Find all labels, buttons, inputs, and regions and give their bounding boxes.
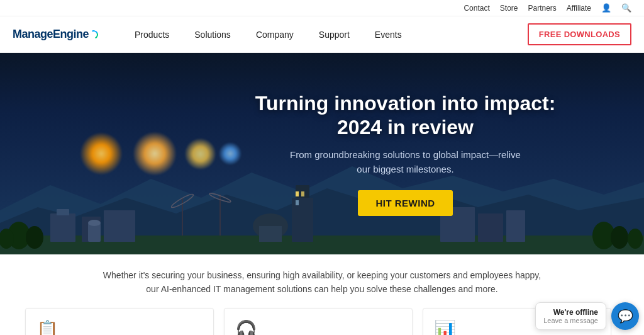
logo-text: ManageEngine bbox=[13, 28, 89, 41]
utility-bar: Contact Store Partners Affiliate 👤 🔍 bbox=[0, 0, 644, 16]
logo-arc-icon bbox=[88, 29, 99, 40]
card-3-icon: 📊 bbox=[433, 319, 456, 335]
main-nav: Products Solutions Company Support Event… bbox=[123, 26, 528, 43]
hero-section: Turning innovation into impact: 2024 in … bbox=[0, 53, 644, 254]
header: ManageEngine Products Solutions Company … bbox=[0, 16, 644, 53]
hit-rewind-button[interactable]: HIT REWIND bbox=[358, 190, 452, 216]
store-link[interactable]: Store bbox=[500, 4, 518, 13]
svg-rect-24 bbox=[478, 213, 503, 242]
card-1[interactable]: 📋 bbox=[25, 308, 214, 335]
svg-rect-9 bbox=[104, 210, 135, 242]
svg-point-28 bbox=[628, 229, 643, 249]
user-icon[interactable]: 👤 bbox=[601, 3, 611, 13]
chat-widget: We're offline Leave a message 💬 bbox=[535, 302, 639, 330]
hero-content: Turning innovation into impact: 2024 in … bbox=[243, 91, 569, 217]
hero-title: Turning innovation into impact: 2024 in … bbox=[255, 91, 556, 140]
partners-link[interactable]: Partners bbox=[528, 4, 557, 13]
below-hero-text: Whether it's securing your business, ens… bbox=[102, 268, 542, 297]
nav-products[interactable]: Products bbox=[123, 26, 180, 43]
logo[interactable]: ManageEngine bbox=[13, 28, 98, 41]
nav-events[interactable]: Events bbox=[364, 26, 413, 43]
card-2[interactable]: 🎧 bbox=[224, 308, 413, 335]
card-2-icon: 🎧 bbox=[235, 319, 257, 335]
hero-subtitle: From groundbreaking solutions to global … bbox=[255, 148, 556, 176]
chat-status: We're offline bbox=[543, 308, 598, 317]
svg-rect-6 bbox=[50, 213, 75, 242]
search-icon[interactable]: 🔍 bbox=[621, 3, 631, 13]
nav-company[interactable]: Company bbox=[245, 26, 305, 43]
free-downloads-button[interactable]: FREE DOWNLOADS bbox=[528, 23, 631, 45]
svg-point-4 bbox=[26, 226, 43, 249]
chat-button[interactable]: 💬 bbox=[611, 302, 639, 330]
affiliate-link[interactable]: Affiliate bbox=[567, 4, 591, 13]
card-1-icon: 📋 bbox=[36, 319, 58, 335]
chat-subtitle: Leave a message bbox=[543, 317, 598, 324]
chat-icon: 💬 bbox=[618, 309, 633, 324]
nav-support[interactable]: Support bbox=[308, 26, 361, 43]
svg-rect-7 bbox=[57, 209, 69, 215]
nav-solutions[interactable]: Solutions bbox=[183, 26, 242, 43]
svg-point-27 bbox=[611, 226, 628, 249]
svg-point-11 bbox=[88, 220, 101, 226]
contact-link[interactable]: Contact bbox=[464, 4, 489, 13]
chat-bubble: We're offline Leave a message bbox=[535, 302, 606, 330]
svg-rect-22 bbox=[259, 226, 282, 242]
